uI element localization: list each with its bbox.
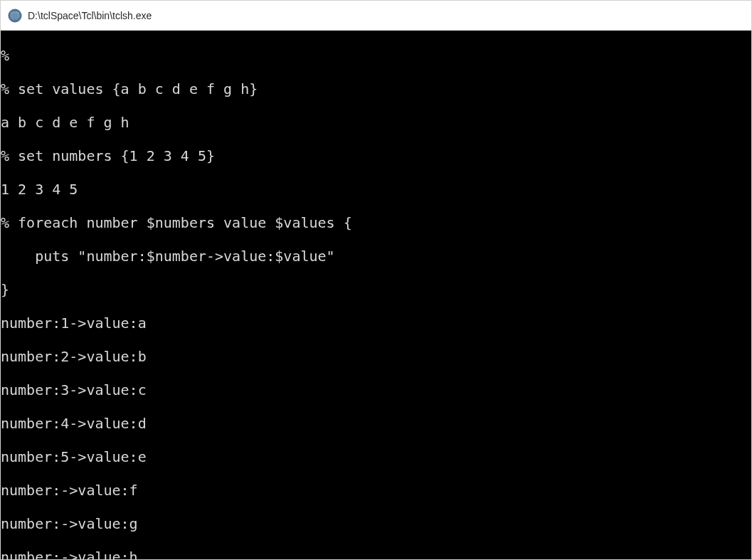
terminal-line: number:4->value:d <box>1 416 751 433</box>
terminal-line: % set numbers {1 2 3 4 5} <box>1 148 751 165</box>
terminal-line: % <box>1 48 751 65</box>
terminal-line: number:->value:f <box>1 482 751 500</box>
terminal-line: } <box>1 282 751 299</box>
terminal-line: number:->value:g <box>1 516 751 533</box>
terminal-line: puts "number:$number->value:$value" <box>1 248 751 265</box>
window-title: D:\tclSpace\Tcl\bin\tclsh.exe <box>28 10 152 21</box>
terminal-line: number:2->value:b <box>1 349 751 366</box>
terminal-output[interactable]: % % set values {a b c d e f g h} a b c d… <box>1 31 751 559</box>
terminal-line: % set values {a b c d e f g h} <box>1 81 751 98</box>
terminal-line: a b c d e f g h <box>1 115 751 132</box>
terminal-line: number:1->value:a <box>1 315 751 332</box>
terminal-line: number:3->value:c <box>1 382 751 399</box>
terminal-line: number:5->value:e <box>1 449 751 466</box>
terminal-line: 1 2 3 4 5 <box>1 181 751 199</box>
terminal-line: % foreach number $numbers value $values … <box>1 215 751 232</box>
app-icon <box>8 9 22 23</box>
terminal-line: number:->value:h <box>1 549 751 560</box>
title-bar[interactable]: D:\tclSpace\Tcl\bin\tclsh.exe <box>1 1 751 31</box>
